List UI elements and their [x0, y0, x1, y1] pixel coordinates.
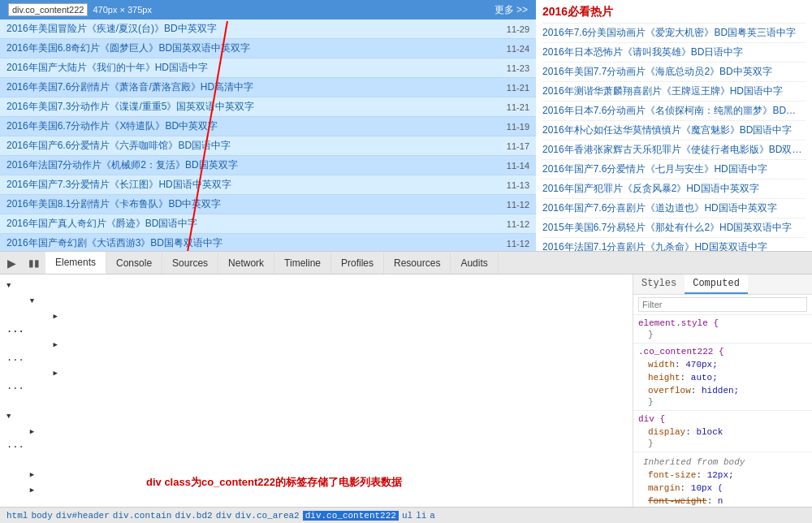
- inherited-label: Inherited from body: [638, 456, 807, 469]
- styles-filter-area: [633, 295, 812, 315]
- breadcrumb-a[interactable]: a: [430, 511, 435, 521]
- hot-row[interactable]: 2016年国产犯罪片《反贪风暴2》HD国语中英双字: [542, 179, 806, 199]
- movie-title: 2016年国产大陆片《我们的十年》HD国语中字: [6, 61, 499, 75]
- movie-row[interactable]: 2016年国产7.3分爱情片《长江图》HD国语中英双字11-13: [0, 175, 536, 195]
- triangle-close[interactable]: [30, 468, 38, 482]
- movie-list: 2016年美国冒险片《疾速/夏汉(台)》BD中英双字11-292016年美国6.…: [0, 19, 536, 252]
- div-section: div { display: block }: [633, 411, 812, 452]
- height-prop: height: auto;: [638, 371, 807, 384]
- devtools-tab-timeline[interactable]: Timeline: [274, 252, 331, 274]
- hot-row[interactable]: 2016年国产7.6分喜剧片《道边道也》HD国语中英双字: [542, 199, 806, 218]
- dom-tag-content: ...: [6, 352, 633, 365]
- movie-row[interactable]: 2016年美国冒险片《疾速/夏汉(台)》BD中英双字11-29: [0, 19, 536, 39]
- more-link[interactable]: 更多 >>: [495, 3, 528, 17]
- movie-row[interactable]: 2016年美国7.6分剧情片《萧洛音/萧洛宫殿》HD高清中字11-21: [0, 78, 536, 97]
- movie-row[interactable]: 2016年国产奇幻剧《大话西游3》BD国粤双语中字11-12: [0, 234, 536, 252]
- devtools-tab-audits[interactable]: Audits: [451, 252, 498, 274]
- hot-row[interactable]: 2016年日本7.6分动画片《名侦探柯南：纯黑的噩梦》BD日语中字: [542, 102, 806, 121]
- hot-row[interactable]: 2016年美国7.7分动画片《海底总动员2》BD中英双字: [542, 63, 806, 82]
- dom-line[interactable]: [0, 394, 633, 408]
- movie-title: 2016年美国8.1分剧情片《卡布鲁队》BD中英双字: [6, 197, 499, 211]
- dom-line[interactable]: [0, 278, 633, 293]
- dom-line[interactable]: [0, 452, 633, 467]
- movie-row[interactable]: 2016年国产大陆片《我们的十年》HD国语中字11-23: [0, 58, 536, 78]
- devtools-tab-profiles[interactable]: Profiles: [331, 252, 384, 274]
- triangle-close[interactable]: [54, 366, 62, 380]
- dom-line[interactable]: ...: [0, 365, 633, 394]
- element-style-section: element.style { }: [633, 315, 812, 344]
- dom-panel: ... ... ... ... ... ... ... 2016年美国冒险片《疾…: [0, 274, 633, 507]
- hot-row[interactable]: 2016年测谐华萧麟翔喜剧片《王牌逗王牌》HD国语中字: [542, 82, 806, 102]
- triangle-none: [30, 453, 38, 466]
- movie-row[interactable]: 2016年国产真人奇幻片《爵迹》BD国语中字11-12: [0, 214, 536, 234]
- triangle-close[interactable]: [30, 483, 38, 497]
- styles-content: element.style { } .co_content222 { width…: [633, 315, 812, 507]
- devtools-tab-elements[interactable]: Elements: [45, 252, 106, 274]
- breadcrumb-div-contain[interactable]: div.contain: [113, 511, 172, 521]
- dom-line[interactable]: ...: [0, 424, 633, 452]
- triangle-close[interactable]: [30, 425, 38, 439]
- hot-row[interactable]: 2016年国产7.6分爱情片《七月与安生》HD国语中字: [542, 160, 806, 179]
- hot-title: 2016年国产7.6分爱情片《七月与安生》HD国语中字: [542, 162, 806, 176]
- movie-row[interactable]: 2016年国产6.6分爱情片《六弄咖啡馆》BD国语中字11-17: [0, 136, 536, 156]
- cursor-icon[interactable]: ▶: [0, 252, 23, 274]
- mobile-icon[interactable]: ▮▮: [23, 252, 45, 274]
- movie-row[interactable]: 2016年美国7.3分动作片《谍谍/重重5》国英双语中英双字11-21: [0, 97, 536, 117]
- movie-row[interactable]: 2016年美国6.7分动作片《X特遣队》BD中英双字11-19: [0, 117, 536, 136]
- movie-row[interactable]: 2016年美国8.1分剧情片《卡布鲁队》BD中英双字11-12: [0, 195, 536, 214]
- breadcrumb-html[interactable]: html: [6, 511, 28, 521]
- breadcrumb-li[interactable]: li: [416, 511, 426, 521]
- devtools-tab-sources[interactable]: Sources: [162, 252, 218, 274]
- dom-tag-content: ...: [6, 323, 633, 336]
- breadcrumb-div[interactable]: div: [216, 511, 232, 521]
- tab-computed[interactable]: Computed: [685, 274, 748, 294]
- breadcrumb-ul[interactable]: ul: [402, 511, 412, 521]
- movie-row[interactable]: 2016年法国7分动作片《机械师2：复活》BD国英双字11-14: [0, 156, 536, 175]
- left-panel: div.co_content222 470px × 375px 更多 >> 20…: [0, 0, 536, 252]
- movie-title: 2016年美国7.6分剧情片《萧洛音/萧洛宫殿》HD高清中字: [6, 80, 499, 94]
- hot-row[interactable]: 2016年香港张家辉古天乐犯罪片《使徒行者电影版》BD双语中字: [542, 140, 806, 160]
- hot-title: 2016年日本恐怖片《请叫我英雄》BD日语中字: [542, 45, 806, 59]
- right-panel: 2016必看热片 2016年7.6分美国动画片《爱宠大机密》BD国粤英三语中字2…: [536, 0, 812, 252]
- devtools-toolbar: ▶ ▮▮ ElementsConsoleSourcesNetworkTimeli…: [0, 252, 812, 274]
- devtools-panel: ▶ ▮▮ ElementsConsoleSourcesNetworkTimeli…: [0, 252, 812, 523]
- triangle-close[interactable]: [54, 338, 62, 352]
- tab-styles[interactable]: Styles: [633, 274, 685, 294]
- breadcrumb-div-bd2[interactable]: div.bd2: [175, 511, 212, 521]
- movie-date: 11-29: [499, 24, 529, 34]
- devtools-tab-console[interactable]: Console: [106, 252, 162, 274]
- breadcrumb-div-co-content222[interactable]: div.co_content222: [303, 511, 399, 521]
- hot-row[interactable]: 2015年美国6.7分易轻片《那处有什么2》HD国英双语中字: [542, 218, 806, 238]
- triangle-none: [30, 395, 38, 408]
- dom-line[interactable]: [0, 408, 633, 424]
- hot-row[interactable]: 2016年7.6分美国动画片《爱宠大机密》BD国粤英三语中字: [542, 24, 806, 43]
- movie-date: 11-19: [499, 122, 529, 132]
- dom-lines-container: ... ... ... ... ... ... ... 2016年美国冒险片《疾…: [0, 278, 633, 507]
- dom-line[interactable]: ...: [0, 337, 633, 365]
- inherited-section: Inherited from body font-size: 12px; mar…: [633, 452, 812, 507]
- dom-line[interactable]: ...: [0, 467, 633, 482]
- triangle-open[interactable]: [6, 409, 15, 423]
- movie-title: 2016年美国6.7分动作片《X特遣队》BD中英双字: [6, 119, 499, 133]
- movie-title: 2016年国产真人奇幻片《爵迹》BD国语中字: [6, 217, 499, 231]
- movie-row[interactable]: 2016年美国6.8奇幻片《圆梦巨人》BD国英双语中英双字11-24: [0, 39, 536, 58]
- devtools-tab-network[interactable]: Network: [218, 252, 274, 274]
- hot-row[interactable]: 2016年日本恐怖片《请叫我英雄》BD日语中字: [542, 43, 806, 63]
- styles-filter-input[interactable]: [638, 297, 807, 312]
- triangle-close[interactable]: [54, 309, 62, 323]
- triangle-open[interactable]: [6, 279, 15, 292]
- triangle-open[interactable]: [30, 294, 38, 308]
- dom-line[interactable]: ...: [0, 309, 633, 337]
- movie-title: 2016年国产奇幻剧《大话西游3》BD国粤双语中字: [6, 236, 499, 250]
- hot-title: 2016年国产7.6分喜剧片《道边道也》HD国语中英双字: [542, 201, 806, 215]
- breadcrumb-body[interactable]: body: [31, 511, 52, 521]
- movie-date: 11-24: [499, 44, 529, 54]
- breadcrumb-div-header[interactable]: div#header: [56, 511, 110, 521]
- hot-row[interactable]: 2016年法国7.1分喜剧片《九杀命》HD国英双语中字: [542, 238, 806, 252]
- devtools-tab-resources[interactable]: Resources: [384, 252, 451, 274]
- breadcrumb-div-co-area2[interactable]: div.co_area2: [235, 511, 299, 521]
- movie-date: 11-21: [499, 102, 529, 112]
- dom-line[interactable]: ...: [0, 482, 633, 498]
- hot-row[interactable]: 2016年朴心如任达华莫情慎慎片《魔宫魅影》BD国语中字: [542, 121, 806, 140]
- dom-line[interactable]: [0, 293, 633, 309]
